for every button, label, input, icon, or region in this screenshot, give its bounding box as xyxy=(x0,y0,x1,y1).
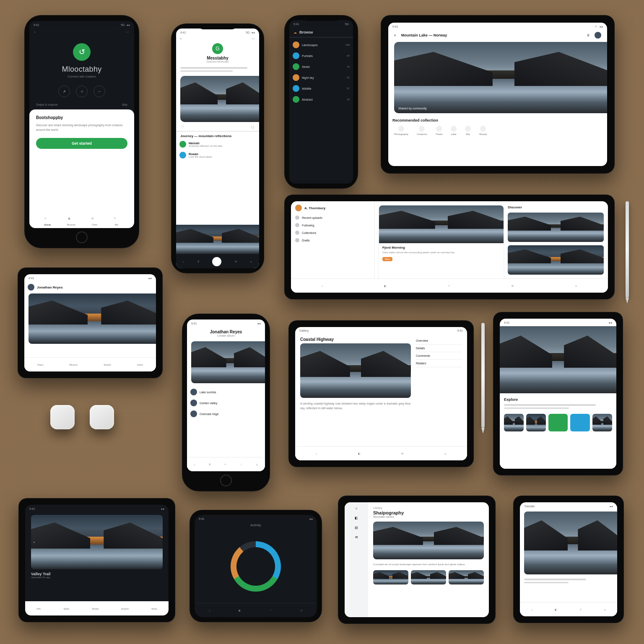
tab-item[interactable]: ♡ xyxy=(270,609,272,612)
thumb-color[interactable] xyxy=(548,414,568,431)
tab-home[interactable]: ⌂ xyxy=(322,285,323,287)
tab-home[interactable]: ⌂Home xyxy=(44,217,51,226)
tab-me[interactable]: ☺ xyxy=(250,260,252,263)
thumb-image[interactable] xyxy=(373,570,408,584)
hero-image[interactable]: Shared by community xyxy=(394,42,607,113)
thumb-image[interactable] xyxy=(508,213,604,242)
hero-image[interactable] xyxy=(524,512,617,574)
tag-item[interactable]: Outdoors xyxy=(417,126,427,135)
hero-image[interactable]: ‹ › xyxy=(31,515,163,569)
hero-image[interactable] xyxy=(29,293,156,344)
tab-saved[interactable]: Saved xyxy=(104,364,111,366)
bookmark-icon[interactable]: ☐ xyxy=(251,125,254,129)
hero-image[interactable] xyxy=(180,76,259,122)
sidebar-toggle-icon[interactable]: ≡ xyxy=(394,34,396,37)
thumb-image[interactable] xyxy=(504,414,524,431)
tab-browse[interactable]: ◧Browse xyxy=(67,217,75,226)
action-save-icon[interactable]: ☆ xyxy=(76,86,88,97)
comment-row[interactable]: RowanLove the cloud detail xyxy=(176,150,259,161)
nav-browse-icon[interactable]: ◧ xyxy=(355,516,358,520)
tab-more[interactable]: More xyxy=(151,608,157,610)
thumb-image[interactable] xyxy=(411,570,446,584)
next-icon[interactable]: › xyxy=(159,540,160,544)
tab-add[interactable]: ＋ xyxy=(224,462,226,466)
breadcrumb[interactable]: Gallery xyxy=(299,329,309,332)
tab-item[interactable]: ⌂ xyxy=(209,609,210,612)
sidebar-item[interactable]: Drafts xyxy=(295,236,370,244)
nav-home-icon[interactable]: ⌂ xyxy=(356,506,358,510)
tab-share[interactable]: Share xyxy=(92,608,99,610)
feed-card[interactable]: Fjord Morning Calm water mirrors the sur… xyxy=(379,205,504,288)
thumb-image[interactable] xyxy=(526,414,546,431)
tab-alerts[interactable]: ♡ xyxy=(240,463,242,466)
tab-inbox[interactable]: ✉ xyxy=(512,284,514,287)
search-icon[interactable]: ⚲ xyxy=(587,34,589,37)
get-started-button[interactable]: Get started xyxy=(36,138,127,149)
tab-explore[interactable]: ⚲ xyxy=(197,260,199,263)
nav-inbox-icon[interactable]: ✉ xyxy=(355,535,358,539)
action-more-icon[interactable]: ⋯ xyxy=(93,86,105,97)
tab-home[interactable]: ⌂ xyxy=(194,463,195,466)
like-icon[interactable]: ♡ xyxy=(181,125,184,129)
tab-item[interactable]: ↗ xyxy=(579,608,582,611)
side-tab[interactable]: Details xyxy=(416,345,462,352)
category-row[interactable]: Wildlife 27 xyxy=(289,83,353,94)
tab-search[interactable]: ⚲ xyxy=(209,463,210,466)
comment-row[interactable]: HannahAmazing reflection on the lake xyxy=(176,139,259,150)
tab-item[interactable]: ◧ xyxy=(239,609,241,612)
tag-item[interactable]: Sky xyxy=(465,126,471,135)
thumb-image[interactable] xyxy=(592,414,612,431)
category-row[interactable]: Landscapes 128 xyxy=(289,39,353,50)
tab-item[interactable]: ◧ xyxy=(555,608,557,611)
tab-item[interactable]: ✉ xyxy=(401,452,403,455)
tab-item[interactable]: ⌂ xyxy=(316,452,317,455)
tab-item[interactable]: ☺ xyxy=(603,608,606,611)
side-tab[interactable]: Comments xyxy=(416,352,462,360)
tab-liked[interactable]: Liked xyxy=(137,364,143,366)
tab-add[interactable]: ＋ xyxy=(448,284,450,288)
tag-item[interactable]: Photography xyxy=(394,126,408,135)
category-row[interactable]: Portraits 64 xyxy=(289,50,353,61)
tab-albums[interactable]: Albums xyxy=(69,364,78,366)
back-icon[interactable]: ‹ xyxy=(180,37,182,41)
prev-icon[interactable]: ‹ xyxy=(34,540,35,544)
tab-inbox[interactable]: ✉ xyxy=(235,260,237,263)
tab-stats[interactable]: Stats xyxy=(63,608,69,610)
album-row[interactable]: Golden valley xyxy=(187,397,265,408)
category-row[interactable]: Street 42 xyxy=(289,61,353,72)
album-row[interactable]: Lake sunrise xyxy=(187,387,265,397)
tab-item[interactable]: ☺ xyxy=(444,452,447,455)
hero-image[interactable] xyxy=(500,326,616,393)
secondary-image[interactable] xyxy=(176,225,259,254)
sidebar-item[interactable]: Recent uploads xyxy=(295,214,370,221)
tab-browse[interactable]: ◧ xyxy=(384,284,387,287)
sidebar-item[interactable]: Collections xyxy=(295,229,370,236)
nav-library-icon[interactable]: ▤ xyxy=(355,526,358,530)
tab-post[interactable] xyxy=(212,257,221,266)
avatar[interactable] xyxy=(595,32,601,39)
tab-export[interactable]: Export xyxy=(122,608,129,610)
tab-me[interactable]: ☺ xyxy=(575,285,577,287)
tag-item[interactable]: Moody xyxy=(479,126,487,135)
tab-info[interactable]: Info xyxy=(36,608,41,610)
sidebar-item[interactable]: Following xyxy=(295,221,370,229)
hero-image[interactable] xyxy=(373,522,484,559)
tab-chat[interactable]: ✉Chat xyxy=(91,217,97,226)
menu-icon[interactable]: ⋯ xyxy=(126,30,129,34)
tab-item[interactable]: ◧ xyxy=(358,452,361,455)
album-row[interactable]: Overcast ridge xyxy=(187,408,265,419)
tag-item[interactable]: Lake xyxy=(451,126,457,135)
back-icon[interactable]: ‹ xyxy=(34,30,36,34)
tab-feed[interactable]: Feed xyxy=(37,364,43,366)
thumb-color[interactable] xyxy=(570,414,590,431)
thumb-image[interactable] xyxy=(508,245,604,275)
side-tab[interactable]: Overview xyxy=(416,337,462,345)
tab-me[interactable]: ☺Me xyxy=(114,217,119,226)
side-tab[interactable]: Related xyxy=(416,360,462,367)
tab-item[interactable]: ☺ xyxy=(300,609,303,612)
tab-home[interactable]: ⌂ xyxy=(183,260,184,263)
action-share-icon[interactable]: ↗ xyxy=(58,86,70,97)
category-row[interactable]: Night sky 31 xyxy=(289,72,353,83)
hero-image[interactable] xyxy=(300,343,411,398)
tag-item[interactable]: Travel xyxy=(436,126,442,135)
